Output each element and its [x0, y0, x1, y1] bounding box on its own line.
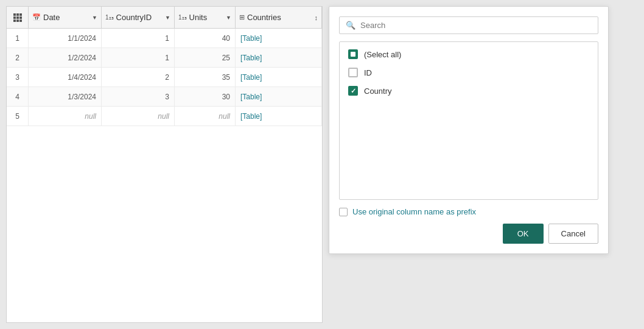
cell-units-1: 40 — [175, 29, 236, 48]
cell-date-5: null — [29, 107, 102, 126]
col-header-countryid[interactable]: 1₂₃ CountryID ▼ — [102, 7, 175, 28]
prefix-label-highlight: prefix — [457, 207, 476, 216]
cell-countries-4: [Table] — [236, 87, 322, 106]
row-number: 4 — [7, 87, 29, 106]
col-header-rownum — [7, 7, 29, 28]
search-input[interactable] — [360, 21, 592, 30]
checkbox-label-id: ID — [364, 68, 372, 77]
cell-date-1: 1/1/2024 — [29, 29, 102, 48]
col-countryid-label: CountryID — [116, 13, 152, 22]
col-units-label: Units — [189, 13, 208, 22]
cell-date-3: 1/4/2024 — [29, 68, 102, 87]
cell-units-4: 30 — [175, 87, 236, 106]
prefix-checkbox[interactable] — [339, 208, 348, 216]
action-buttons: OK Cancel — [339, 224, 598, 244]
table-type-icon: ⊞ — [239, 13, 245, 21]
cell-countries-3: [Table] — [236, 68, 322, 87]
cell-countries-1: [Table] — [236, 29, 322, 48]
cell-countries-2: [Table] — [236, 48, 322, 67]
col-countries-label: Countries — [247, 13, 281, 22]
cell-units-3: 35 — [175, 68, 236, 87]
prefix-row[interactable]: Use original column name as prefix — [339, 207, 598, 216]
cell-countryid-4: 3 — [102, 87, 175, 106]
row-number: 5 — [7, 107, 29, 126]
cell-countries-5: [Table] — [236, 107, 322, 126]
table-row[interactable]: 1 1/1/2024 1 40 [Table] — [7, 29, 322, 48]
checkbox-item-id[interactable]: ID — [348, 68, 589, 77]
units-dropdown-icon[interactable]: ▼ — [226, 15, 231, 21]
table-row[interactable]: 4 1/3/2024 3 30 [Table] — [7, 87, 322, 107]
table-row[interactable]: 3 1/4/2024 2 35 [Table] — [7, 68, 322, 87]
date-type-icon: 📅 — [32, 13, 41, 21]
checkmark-country: ✓ — [351, 88, 356, 94]
row-number: 3 — [7, 68, 29, 87]
cell-countryid-5: null — [102, 107, 175, 126]
cancel-button[interactable]: Cancel — [548, 224, 598, 244]
search-box[interactable]: 🔍 — [339, 16, 598, 34]
cell-units-2: 25 — [175, 48, 236, 67]
countries-sort-icon[interactable]: ↕ — [315, 14, 318, 21]
table-area: 📅 Date ▼ 1₂₃ CountryID ▼ 1₂₃ Units ▼ ⊞ C… — [6, 6, 323, 323]
table-row[interactable]: 5 null null null [Table] — [7, 107, 322, 126]
col-header-units[interactable]: 1₂₃ Units ▼ — [175, 7, 236, 28]
table-header: 📅 Date ▼ 1₂₃ CountryID ▼ 1₂₃ Units ▼ ⊞ C… — [7, 7, 322, 29]
checkbox-item-country[interactable]: ✓ Country — [348, 86, 589, 96]
cell-date-4: 1/3/2024 — [29, 87, 102, 106]
cell-units-5: null — [175, 107, 236, 126]
grid-icon — [13, 13, 22, 22]
prefix-label-text: Use original column name as — [352, 207, 455, 216]
ok-button[interactable]: OK — [503, 224, 544, 244]
checkbox-list: (Select all) ID ✓ Country — [339, 41, 598, 200]
num-type-icon-countryid: 1₂₃ — [105, 14, 114, 21]
main-container: 📅 Date ▼ 1₂₃ CountryID ▼ 1₂₃ Units ▼ ⊞ C… — [0, 0, 644, 329]
partial-indicator — [351, 52, 355, 57]
checkbox-label-country: Country — [364, 87, 392, 96]
cell-countryid-3: 2 — [102, 68, 175, 87]
expand-column-dialog: 🔍 (Select all) ID ✓ — [329, 6, 609, 254]
num-type-icon-units: 1₂₃ — [178, 14, 187, 21]
col-header-date[interactable]: 📅 Date ▼ — [29, 7, 102, 28]
checkbox-select-all[interactable] — [348, 49, 358, 59]
prefix-label: Use original column name as prefix — [352, 207, 476, 216]
checkbox-label-select-all: (Select all) — [364, 50, 401, 59]
col-header-countries[interactable]: ⊞ Countries ↕ — [236, 7, 322, 28]
row-number: 1 — [7, 29, 29, 48]
cell-date-2: 1/2/2024 — [29, 48, 102, 67]
cell-countryid-2: 1 — [102, 48, 175, 67]
checkbox-id[interactable] — [348, 68, 358, 77]
date-dropdown-icon[interactable]: ▼ — [92, 15, 97, 21]
search-icon: 🔍 — [346, 21, 355, 30]
table-row[interactable]: 2 1/2/2024 1 25 [Table] — [7, 48, 322, 68]
row-number: 2 — [7, 48, 29, 67]
checkbox-item-select-all[interactable]: (Select all) — [348, 49, 589, 59]
cell-countryid-1: 1 — [102, 29, 175, 48]
col-date-label: Date — [43, 13, 60, 22]
countryid-dropdown-icon[interactable]: ▼ — [165, 15, 170, 21]
checkbox-country[interactable]: ✓ — [348, 86, 358, 96]
table-body: 1 1/1/2024 1 40 [Table] 2 1/2/2024 1 25 … — [7, 29, 322, 126]
